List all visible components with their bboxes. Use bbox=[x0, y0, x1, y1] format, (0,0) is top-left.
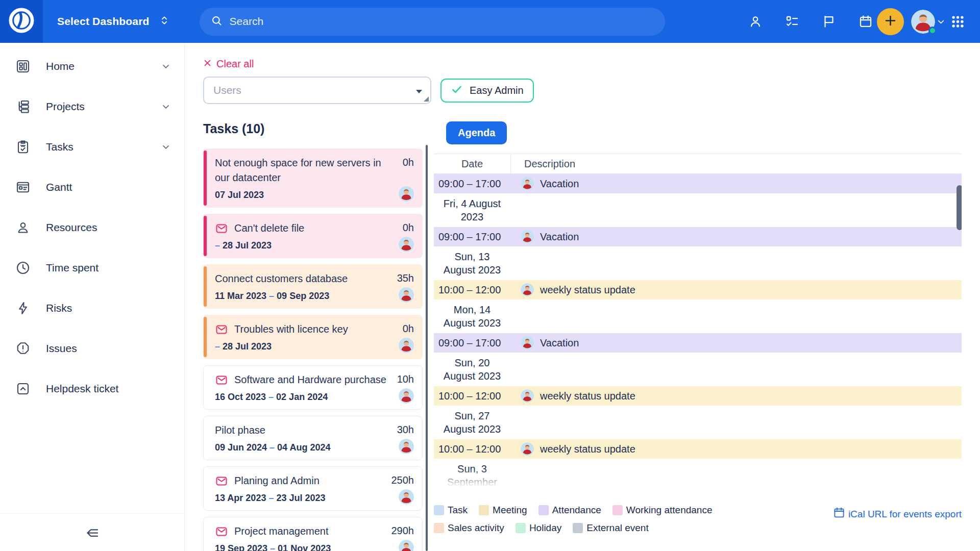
agenda-event-row[interactable]: 09:00 – 17:00 Vacation bbox=[434, 227, 962, 246]
legend-label: Holiday bbox=[529, 522, 561, 534]
task-card[interactable]: Not enough space for new servers in our … bbox=[203, 148, 423, 208]
user-avatar[interactable] bbox=[911, 10, 935, 34]
event-description: weekly status update bbox=[540, 284, 635, 296]
agenda-event-row[interactable]: 09:00 – 17:00 Vacation bbox=[434, 333, 962, 353]
avatar bbox=[399, 439, 414, 454]
task-title: Software and Hardware purchase bbox=[234, 372, 391, 387]
main-content: Clear all Users Easy Admin Tasks (10) bbox=[185, 43, 980, 551]
clear-all-filters[interactable]: Clear all bbox=[203, 58, 254, 70]
sidebar-item-tasks[interactable]: Tasks bbox=[0, 127, 184, 167]
task-dates: – 28 Jul 2023 bbox=[215, 341, 272, 353]
envelope-icon bbox=[215, 474, 228, 488]
task-title: Not enough space for new servers in our … bbox=[215, 156, 397, 185]
search-input[interactable] bbox=[230, 15, 654, 28]
task-card[interactable]: Troubles with licence key 0h – 28 Jul 20… bbox=[203, 315, 423, 359]
app-logo[interactable] bbox=[0, 0, 43, 43]
sidebar-item-issues[interactable]: Issues bbox=[0, 328, 184, 368]
agenda-date: Sun, 3 September bbox=[434, 459, 510, 490]
apps-grid-icon[interactable] bbox=[950, 14, 966, 30]
sidebar-item-gantt[interactable]: Gantt bbox=[0, 167, 184, 207]
legend-label: External event bbox=[586, 522, 648, 534]
chevron-down-icon bbox=[161, 102, 171, 112]
top-bar: Select Dashboard bbox=[0, 0, 980, 43]
avatar bbox=[521, 177, 534, 190]
ical-export-label: iCal URL for events export bbox=[848, 509, 962, 520]
agenda-scrollbar[interactable] bbox=[957, 185, 962, 230]
sidebar-item-label: Gantt bbox=[46, 181, 171, 193]
sidebar-item-helpdesk-ticket[interactable]: Helpdesk ticket bbox=[0, 368, 184, 409]
ical-export-link[interactable]: iCal URL for events export bbox=[833, 507, 962, 521]
agenda-event-row[interactable]: 10:00 – 12:00 weekly status update bbox=[434, 280, 962, 299]
collapse-sidebar-icon[interactable] bbox=[84, 525, 101, 540]
task-hours: 290h bbox=[391, 524, 414, 537]
helpdesk-icon bbox=[15, 381, 31, 396]
users-filter-dropdown[interactable]: Users bbox=[203, 77, 431, 104]
calendar-icon[interactable] bbox=[859, 14, 873, 29]
agenda-button[interactable]: Agenda bbox=[446, 121, 507, 144]
event-time: 09:00 – 17:00 bbox=[434, 231, 510, 243]
event-description: weekly status update bbox=[540, 443, 635, 455]
checklist-icon[interactable] bbox=[785, 14, 799, 29]
easy-project-logo-icon bbox=[7, 6, 36, 37]
task-dates: 13 Apr 2023 – 23 Jul 2023 bbox=[215, 493, 326, 505]
agenda-event-row[interactable]: 09:00 – 17:00 Vacation bbox=[434, 174, 962, 193]
agenda-date-row: Sun, 13 August 2023 bbox=[434, 246, 962, 280]
task-card[interactable]: Connect customers database 35h 11 Mar 20… bbox=[203, 264, 423, 309]
agenda-date: Sun, 20 August 2023 bbox=[434, 353, 510, 386]
legend-swatch bbox=[573, 523, 583, 533]
legend-label: Sales activity bbox=[448, 522, 504, 534]
search-bar[interactable] bbox=[200, 8, 665, 36]
task-title: Planing and Admin bbox=[234, 473, 385, 488]
clear-all-label: Clear all bbox=[216, 58, 254, 70]
sidebar-item-label: Risks bbox=[46, 302, 171, 314]
legend-label: Attendance bbox=[552, 505, 601, 516]
sidebar-item-time-spent[interactable]: Time spent bbox=[0, 247, 184, 288]
easy-admin-chip[interactable]: Easy Admin bbox=[440, 79, 534, 103]
add-button[interactable] bbox=[877, 8, 904, 35]
task-card[interactable]: Software and Hardware purchase 10h 16 Oc… bbox=[203, 365, 423, 410]
task-card[interactable]: Pilot phase 30h 09 Jun 2024 – 04 Aug 202… bbox=[203, 416, 423, 460]
task-title: Project management bbox=[234, 524, 385, 539]
avatar bbox=[521, 230, 534, 243]
legend-item-sales-activity: Sales activity bbox=[434, 522, 504, 534]
agenda-event-row[interactable]: 10:00 – 12:00 weekly status update bbox=[434, 439, 962, 459]
sidebar-item-resources[interactable]: Resources bbox=[0, 207, 184, 247]
task-hours: 0h bbox=[403, 156, 414, 168]
task-dates: 07 Jul 2023 bbox=[215, 190, 264, 202]
online-status-dot bbox=[928, 27, 937, 35]
task-card[interactable]: Project management 290h 19 Sep 2023 – 01… bbox=[203, 517, 423, 551]
event-description: Vacation bbox=[540, 337, 579, 349]
legend-swatch bbox=[434, 523, 444, 533]
sidebar: Home Projects Tasks Gantt Resources Time… bbox=[0, 43, 185, 551]
task-dates: 16 Oct 2023 – 02 Jan 2024 bbox=[215, 392, 328, 404]
envelope-icon bbox=[215, 373, 228, 387]
sidebar-item-label: Projects bbox=[46, 101, 145, 113]
tasks-panel: Tasks (10) Not enough space for new serv… bbox=[203, 117, 423, 551]
resize-grip-icon bbox=[424, 96, 429, 102]
sidebar-item-home[interactable]: Home bbox=[0, 46, 184, 86]
flag-icon[interactable] bbox=[822, 14, 836, 29]
task-card[interactable]: Can't delete file 0h – 28 Jul 2023 bbox=[203, 214, 423, 258]
sidebar-item-label: Resources bbox=[46, 221, 171, 234]
event-time: 09:00 – 17:00 bbox=[434, 178, 510, 190]
avatar-chevron-down-icon[interactable] bbox=[936, 17, 946, 27]
agenda-date-row: Sun, 3 September bbox=[434, 459, 962, 490]
task-dates: 09 Jun 2024 – 04 Aug 2024 bbox=[215, 442, 330, 454]
event-description: weekly status update bbox=[540, 390, 635, 402]
task-hours: 10h bbox=[397, 372, 414, 385]
task-card[interactable]: Planing and Admin 250h 13 Apr 2023 – 23 … bbox=[203, 466, 423, 511]
sidebar-item-projects[interactable]: Projects bbox=[0, 86, 184, 127]
agenda-event-row[interactable]: 10:00 – 12:00 weekly status update bbox=[434, 386, 962, 406]
task-dates: – 28 Jul 2023 bbox=[215, 240, 272, 252]
panel-splitter[interactable] bbox=[426, 145, 428, 551]
profile-icon[interactable] bbox=[748, 14, 763, 29]
chevron-down-icon bbox=[416, 90, 422, 93]
event-description: Vacation bbox=[540, 178, 579, 190]
legend-swatch bbox=[612, 505, 623, 515]
avatar bbox=[399, 540, 414, 551]
event-time: 10:00 – 12:00 bbox=[434, 443, 510, 455]
dashboard-selector[interactable]: Select Dashboard bbox=[57, 14, 170, 29]
sidebar-item-risks[interactable]: Risks bbox=[0, 288, 184, 328]
event-time: 09:00 – 17:00 bbox=[434, 337, 510, 349]
close-icon bbox=[203, 58, 212, 70]
